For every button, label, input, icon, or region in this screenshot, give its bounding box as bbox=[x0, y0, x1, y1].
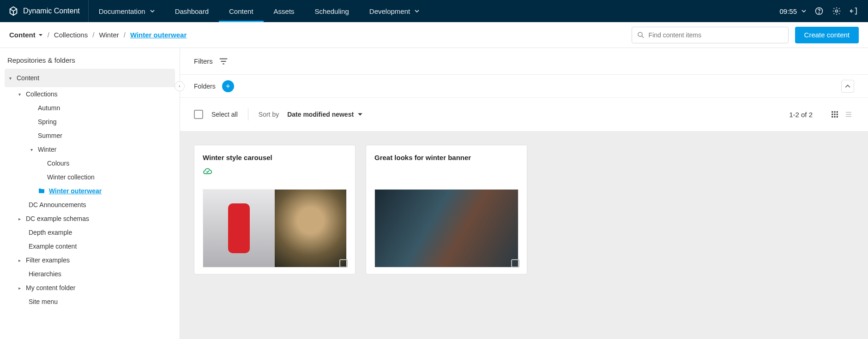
tree-winter-outerwear[interactable]: Winter outerwear bbox=[5, 184, 175, 198]
filter-icon[interactable] bbox=[218, 56, 229, 66]
primary-nav: Documentation Dashboard Content Assets S… bbox=[89, 0, 429, 22]
brand-logo-icon bbox=[8, 6, 18, 16]
svg-rect-10 bbox=[832, 116, 833, 118]
svg-point-2 bbox=[836, 10, 838, 12]
chevron-right-icon: ▸ bbox=[17, 258, 22, 263]
tree-collections[interactable]: ▾ Collections bbox=[5, 87, 175, 101]
create-content-button[interactable]: Create content bbox=[795, 27, 859, 43]
folders-label: Folders bbox=[194, 83, 216, 90]
sidebar: Repositories & folders ▾ Content ▾ Colle… bbox=[0, 48, 180, 339]
nav-documentation[interactable]: Documentation bbox=[89, 0, 165, 22]
caret-down-icon bbox=[38, 33, 43, 37]
tree-filter-examples[interactable]: ▸ Filter examples bbox=[5, 253, 175, 267]
folders-row: ‹ Folders + bbox=[180, 75, 868, 98]
brand: Dynamic Content bbox=[0, 0, 88, 22]
nav-dashboard[interactable]: Dashboard bbox=[165, 0, 219, 22]
chevron-down-icon bbox=[802, 9, 806, 13]
top-right: 09:55 bbox=[779, 0, 868, 22]
nav-content[interactable]: Content bbox=[219, 0, 264, 22]
select-all-checkbox[interactable] bbox=[194, 110, 203, 119]
tree-winter-collection[interactable]: Winter collection bbox=[5, 170, 175, 184]
tree-summer[interactable]: Summer bbox=[5, 129, 175, 143]
tree-spring[interactable]: Spring bbox=[5, 115, 175, 129]
main-panel: Filters ‹ Folders + Select all Sort by D… bbox=[180, 48, 868, 339]
list-view-button[interactable] bbox=[843, 109, 854, 120]
tree-example-content[interactable]: Example content bbox=[5, 239, 175, 253]
nav-assets[interactable]: Assets bbox=[264, 0, 305, 22]
breadcrumb-separator: / bbox=[92, 31, 94, 39]
brand-name: Dynamic Content bbox=[23, 7, 80, 15]
breadcrumb-winter[interactable]: Winter bbox=[99, 31, 119, 39]
caret-down-icon bbox=[357, 112, 363, 117]
card-checkbox[interactable] bbox=[339, 259, 348, 268]
nav-scheduling[interactable]: Scheduling bbox=[305, 0, 359, 22]
tree-dc-announcements[interactable]: DC Announcements bbox=[5, 198, 175, 212]
search-input[interactable] bbox=[649, 31, 784, 39]
time-display[interactable]: 09:55 bbox=[779, 7, 806, 15]
filters-label: Filters bbox=[194, 57, 213, 65]
tree-depth-example[interactable]: Depth example bbox=[5, 226, 175, 239]
logout-icon[interactable] bbox=[850, 6, 859, 16]
svg-point-1 bbox=[819, 13, 819, 13]
chevron-down-icon bbox=[150, 9, 155, 13]
content-card[interactable]: Great looks for winter banner bbox=[366, 145, 527, 274]
tree-my-content-folder[interactable]: ▸ My content folder bbox=[5, 281, 175, 295]
breadcrumb-separator: / bbox=[48, 31, 49, 39]
svg-rect-4 bbox=[832, 111, 833, 113]
svg-rect-6 bbox=[837, 111, 838, 113]
svg-point-3 bbox=[638, 32, 642, 36]
collapse-folders-button[interactable] bbox=[841, 80, 854, 93]
search-icon bbox=[637, 31, 645, 39]
card-title: Winter style carousel bbox=[203, 154, 347, 161]
breadcrumb-current[interactable]: Winter outerwear bbox=[130, 31, 187, 39]
breadcrumb-collections[interactable]: Collections bbox=[54, 31, 88, 39]
svg-rect-7 bbox=[832, 114, 833, 115]
breadcrumb: Content / Collections / Winter / Winter … bbox=[9, 31, 187, 39]
tree-dc-example-schemas[interactable]: ▸ DC example schemas bbox=[5, 212, 175, 226]
divider bbox=[248, 108, 248, 120]
chevron-down-icon bbox=[415, 9, 419, 13]
select-all-label: Select all bbox=[211, 111, 238, 118]
chevron-down-icon: ▾ bbox=[17, 92, 22, 97]
chevron-down-icon: ▾ bbox=[29, 147, 34, 152]
card-checkbox[interactable] bbox=[511, 259, 519, 268]
top-bar: Dynamic Content Documentation Dashboard … bbox=[0, 0, 868, 22]
sidebar-title: Repositories & folders bbox=[5, 54, 175, 69]
tree-hierarchies[interactable]: Hierarchies bbox=[5, 267, 175, 281]
svg-rect-8 bbox=[834, 114, 836, 115]
chevron-down-icon: ▾ bbox=[7, 76, 13, 81]
tree-content[interactable]: ▾ Content bbox=[5, 69, 175, 87]
sort-selector[interactable]: Date modified newest bbox=[287, 111, 363, 118]
result-count: 1-2 of 2 bbox=[789, 111, 813, 119]
card-title: Great looks for winter banner bbox=[374, 154, 518, 161]
breadcrumb-root[interactable]: Content bbox=[9, 31, 43, 39]
chevron-right-icon: ▸ bbox=[17, 216, 22, 221]
filters-row: Filters bbox=[180, 48, 868, 75]
card-thumbnail bbox=[374, 189, 518, 268]
folder-icon bbox=[38, 187, 45, 195]
sub-bar: Content / Collections / Winter / Winter … bbox=[0, 22, 868, 48]
nav-development[interactable]: Development bbox=[359, 0, 429, 22]
tree-winter[interactable]: ▾ Winter bbox=[5, 143, 175, 156]
tree-colours[interactable]: Colours bbox=[5, 156, 175, 170]
breadcrumb-separator: / bbox=[124, 31, 126, 39]
toolbar-row: Select all Sort by Date modified newest … bbox=[180, 98, 868, 131]
add-folder-button[interactable]: + bbox=[222, 80, 234, 92]
tree-site-menu[interactable]: Site menu bbox=[5, 295, 175, 309]
sort-by-label: Sort by bbox=[259, 111, 279, 118]
svg-rect-5 bbox=[834, 111, 836, 113]
cloud-icon bbox=[203, 166, 347, 176]
settings-icon[interactable] bbox=[832, 6, 841, 16]
svg-rect-11 bbox=[834, 116, 836, 118]
card-thumbnail bbox=[203, 189, 347, 268]
svg-rect-12 bbox=[837, 116, 838, 118]
content-card[interactable]: Winter style carousel bbox=[194, 145, 356, 274]
svg-rect-9 bbox=[837, 114, 838, 115]
chevron-right-icon: ▸ bbox=[17, 285, 22, 291]
search-box[interactable] bbox=[632, 27, 789, 43]
tree-autumn[interactable]: Autumn bbox=[5, 101, 175, 115]
collapse-sidebar-button[interactable]: ‹ bbox=[175, 81, 185, 91]
grid-view-button[interactable] bbox=[829, 109, 840, 120]
help-icon[interactable] bbox=[814, 6, 824, 16]
content-grid: Winter style carousel Great looks for wi… bbox=[180, 131, 868, 339]
